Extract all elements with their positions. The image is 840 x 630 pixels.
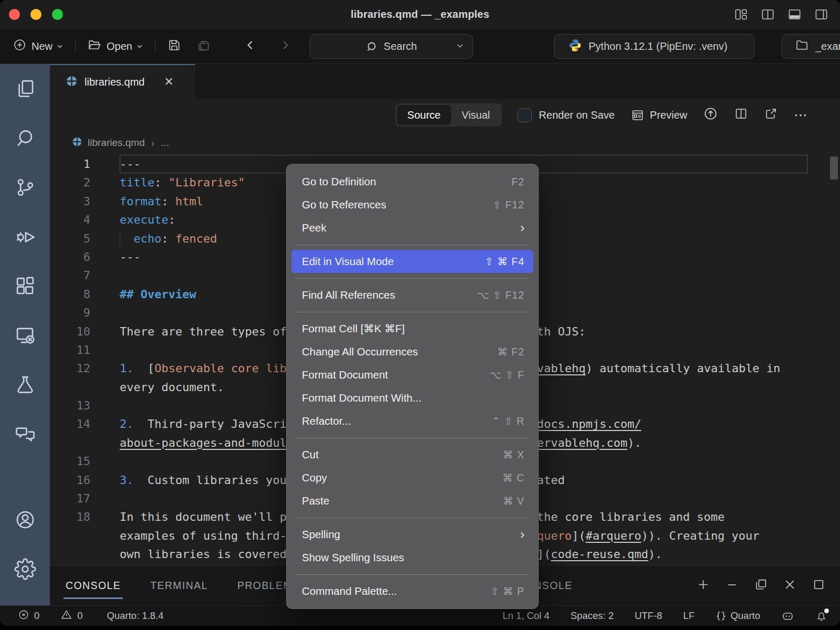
open-button[interactable]: Open xyxy=(107,40,132,52)
customize-layout-icon[interactable] xyxy=(734,7,748,22)
copilot-icon[interactable] xyxy=(781,610,794,623)
language-mode[interactable]: {}Quarto xyxy=(716,610,760,622)
line-number xyxy=(50,545,90,563)
editor-actions: Source Visual Render on Save Preview ⋯ xyxy=(50,99,840,131)
line-number: 10 xyxy=(50,322,90,341)
eol-sequence[interactable]: LF xyxy=(683,610,695,622)
errors-icon[interactable] xyxy=(18,609,29,623)
tab-libraries-qmd[interactable]: libraries.qmd ✕ xyxy=(50,64,195,99)
render-on-save-checkbox[interactable] xyxy=(518,108,532,122)
menu-separator xyxy=(296,307,529,317)
submenu-chevron-icon: › xyxy=(520,220,524,235)
back-icon[interactable] xyxy=(244,38,257,55)
menu-item-show-spelling-issues[interactable]: Show Spelling Issues xyxy=(291,546,533,569)
panel-tab-console[interactable]: CONSOLE xyxy=(65,580,122,592)
source-mode-button[interactable]: Source xyxy=(397,105,451,125)
new-button[interactable]: New xyxy=(32,40,52,52)
menu-item-peek[interactable]: Peek› xyxy=(291,216,533,239)
testing-icon[interactable] xyxy=(0,360,50,410)
preview-button[interactable]: Preview xyxy=(631,108,687,122)
activity-bar xyxy=(0,64,50,605)
visual-mode-button[interactable]: Visual xyxy=(451,105,500,125)
warnings-icon[interactable] xyxy=(60,608,72,623)
more-actions-icon[interactable]: ⋯ xyxy=(794,107,808,123)
toggle-secondary-sidebar-icon[interactable] xyxy=(814,7,828,22)
line-number: 8 xyxy=(50,285,90,303)
menu-item-change-all-occurrences[interactable]: Change All Occurrences⌘ F2 xyxy=(291,340,533,363)
minimize-window-button[interactable] xyxy=(30,9,41,20)
menu-item-go-to-references[interactable]: Go to References⇧ F12 xyxy=(291,193,533,216)
warnings-count: 0 xyxy=(77,610,82,622)
render-document-icon[interactable] xyxy=(703,106,718,124)
quarto-file-icon xyxy=(72,136,82,150)
source-control-icon[interactable] xyxy=(0,163,50,212)
close-window-button[interactable] xyxy=(9,9,20,20)
search-caret-icon[interactable] xyxy=(456,40,464,52)
explorer-icon[interactable] xyxy=(0,64,50,113)
menu-separator xyxy=(296,512,529,523)
menu-separator xyxy=(296,433,529,443)
quarto-version[interactable]: Quarto: 1.8.4 xyxy=(107,610,164,622)
panel-tab-terminal[interactable]: TERMINAL xyxy=(149,580,209,592)
menu-item-format-document[interactable]: Format Document⌥ ⇧ F xyxy=(291,363,533,386)
account-icon[interactable] xyxy=(0,495,50,544)
new-caret-icon[interactable] xyxy=(56,40,64,52)
comments-icon[interactable] xyxy=(0,410,50,459)
split-editor-icon[interactable] xyxy=(734,107,748,123)
menu-item-cut[interactable]: Cut⌘ X xyxy=(291,443,533,466)
braces-icon: {} xyxy=(716,611,726,621)
project-selector[interactable]: _examples xyxy=(782,34,840,59)
menu-item-refactor[interactable]: Refactor...⌃ ⇧ R xyxy=(291,410,533,433)
new-file-icon[interactable] xyxy=(13,38,27,55)
line-number: 1 xyxy=(50,155,90,173)
settings-icon[interactable] xyxy=(0,544,50,594)
extensions-icon[interactable] xyxy=(0,261,50,311)
preview-icon xyxy=(631,108,645,122)
interpreter-selector[interactable]: Python 3.12.1 (PipEnv: .venv) xyxy=(554,34,754,59)
main-toolbar: New Open Search Python 3.12.1 (PipEnv: .… xyxy=(0,29,840,64)
zoom-window-button[interactable] xyxy=(52,9,63,20)
encoding[interactable]: UTF-8 xyxy=(635,610,662,622)
split-editor-icon[interactable] xyxy=(761,7,775,22)
folder-icon xyxy=(795,38,809,55)
open-in-new-window-icon[interactable] xyxy=(764,107,778,123)
menu-item-spelling[interactable]: Spelling› xyxy=(291,523,533,546)
menu-item-paste[interactable]: Paste⌘ V xyxy=(291,489,533,512)
line-number: 7 xyxy=(50,266,90,285)
console-icon[interactable] xyxy=(0,311,50,360)
menu-separator xyxy=(296,239,529,250)
panel-plus-icon[interactable] xyxy=(697,578,710,593)
panel-maximize-icon[interactable] xyxy=(812,578,825,593)
line-number: 14 xyxy=(50,415,90,433)
menu-item-copy[interactable]: Copy⌘ C xyxy=(291,466,533,489)
search-icon[interactable] xyxy=(0,113,50,163)
search-input[interactable]: Search xyxy=(310,34,473,59)
line-number: 15 xyxy=(50,452,90,470)
menu-item-go-to-definition[interactable]: Go to DefinitionF2 xyxy=(291,170,533,193)
menu-item-format-cell-k-f[interactable]: Format Cell [⌘K ⌘F] xyxy=(291,317,533,340)
line-number xyxy=(50,378,90,396)
render-on-save-label: Render on Save xyxy=(539,109,615,121)
notifications-bell-icon[interactable] xyxy=(815,610,827,622)
menu-item-format-document-with[interactable]: Format Document With... xyxy=(291,386,533,410)
open-folder-icon[interactable] xyxy=(87,38,102,55)
menu-item-edit-in-visual-mode[interactable]: Edit in Visual Mode⇧ ⌘ F4 xyxy=(291,250,533,273)
panel-restore-icon[interactable] xyxy=(754,578,768,593)
breadcrumb[interactable]: libraries.qmd › ... xyxy=(50,131,840,154)
close-tab-icon[interactable]: ✕ xyxy=(164,75,173,89)
open-caret-icon[interactable] xyxy=(136,40,143,52)
indentation[interactable]: Spaces: 2 xyxy=(571,610,614,622)
toggle-panel-icon[interactable] xyxy=(788,7,802,22)
panel-close-icon[interactable] xyxy=(783,578,796,593)
run-debug-icon[interactable] xyxy=(0,212,50,261)
menu-item-find-all-references[interactable]: Find All References⌥ ⇧ F12 xyxy=(291,284,533,307)
editor-scrollbar[interactable] xyxy=(830,156,838,180)
forward-icon[interactable] xyxy=(278,38,292,55)
save-all-icon[interactable] xyxy=(196,38,211,55)
menu-item-command-palette[interactable]: Command Palette...⇧ ⌘ P xyxy=(291,580,533,603)
panel-minimize-icon[interactable] xyxy=(726,578,739,593)
line-number xyxy=(50,434,90,452)
save-icon[interactable] xyxy=(167,38,182,55)
line-number: 5 xyxy=(50,229,90,248)
cursor-position[interactable]: Ln 1, Col 4 xyxy=(502,610,549,622)
